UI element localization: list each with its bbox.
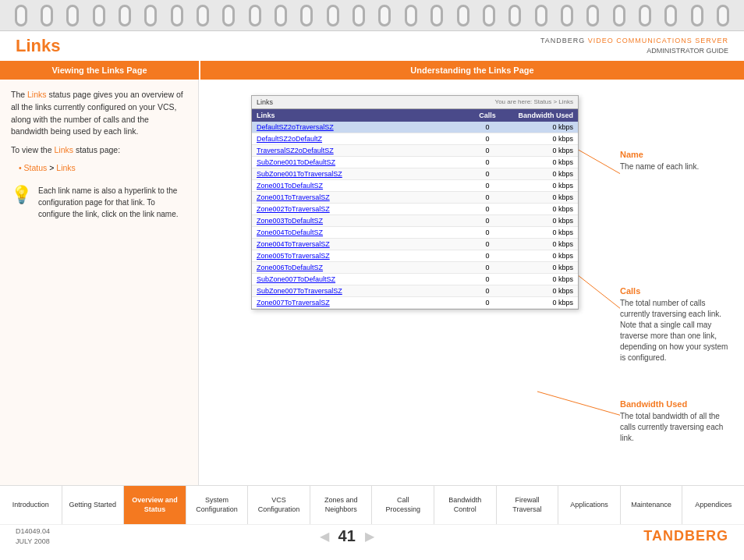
nav-tab-introduction[interactable]: Introduction [0,486,62,524]
row-calls: 0 [464,229,511,236]
table-row[interactable]: Zone001ToTraversalSZ 0 0 kbps [252,192,578,204]
footer-date: JULY 2008 [16,537,50,547]
row-name: Zone004ToTraversalSZ [257,240,464,248]
links-screenshot: Links You are here: Status > Links Links… [251,95,579,310]
spiral-ring [457,5,469,27]
spiral-ring [93,5,105,27]
table-row[interactable]: Zone003ToDefaultSZ 0 0 kbps [252,215,578,227]
ls-table-header: Links Calls Bandwidth Used [252,109,578,122]
ls-title: Links [257,98,273,106]
page-header: Links TANDBERG VIDEO COMMUNICATIONS SERV… [0,31,744,61]
row-name: DefaultSZ2oTraversalSZ [257,123,464,131]
table-row[interactable]: Zone002ToTraversalSZ 0 0 kbps [252,204,578,215]
left-column: The Links status page gives you an overv… [0,80,199,485]
nav-tab-getting-started[interactable]: Getting Started [62,486,125,524]
nav-tab-firewall-traversal[interactable]: FirewallTraversal [497,486,559,524]
section-bar-right: Understanding the Links Page [200,61,744,80]
nav-tab-system-configuration[interactable]: SystemConfiguration [186,486,249,524]
footer-brand: TANDBERG [643,528,728,544]
name-annotation-title: Name [620,150,699,159]
table-row[interactable]: Zone005ToTraversalSZ 0 0 kbps [252,250,578,262]
row-name: Zone007ToTraversalSZ [257,299,464,307]
row-bw: 0 kbps [511,252,573,260]
row-name: SubZone001ToDefaultSZ [257,158,464,166]
spiral-ring [144,5,157,27]
table-row[interactable]: SubZone001ToTraversalSZ 0 0 kbps [252,168,578,180]
ls-col-header-name: Links [257,112,464,119]
table-row[interactable]: SubZone001ToDefaultSZ 0 0 kbps [252,157,578,168]
nav-tab-zones-and-neighbors[interactable]: Zones andNeighbors [310,486,373,524]
row-calls: 0 [464,193,511,201]
spiral-ring [66,5,79,27]
calls-annotation-text: The total number of calls currently trav… [620,298,733,363]
row-bw: 0 kbps [511,217,573,225]
table-row[interactable]: Zone007ToTraversalSZ 0 0 kbps [252,297,578,309]
bw-annotation-title: Bandwidth Used [620,399,733,409]
nav-tabs-container: IntroductionGetting StartedOverview andS… [0,486,744,524]
row-name: Zone004ToDefaultSZ [257,229,464,236]
spiral-ring [249,5,261,27]
footer-doc-id: D14049.04 [16,526,50,537]
row-bw: 0 kbps [511,147,573,154]
spiral-ring [717,5,729,27]
nav-tab-vcs-configuration[interactable]: VCSConfiguration [248,486,310,524]
spiral-ring [430,5,443,27]
links-link-1[interactable]: Links [27,90,47,99]
ls-header: Links You are here: Status > Links [252,96,578,109]
nav-tab-applications[interactable]: Applications [558,486,621,524]
table-row[interactable]: SubZone007ToDefaultSZ 0 0 kbps [252,274,578,285]
nav-tab-overview-and-status[interactable]: Overview andStatus [124,486,186,524]
row-bw: 0 kbps [511,135,573,143]
links-nav-link[interactable]: Links [56,163,76,172]
table-row[interactable]: Zone006ToDefaultSZ 0 0 kbps [252,262,578,274]
row-calls: 0 [464,147,511,154]
nav-tab-bandwidth-control[interactable]: BandwidthControl [434,486,497,524]
spiral-ring [639,5,651,27]
row-name: Zone001ToTraversalSZ [257,193,464,201]
spiral-ring [561,5,573,27]
row-bw: 0 kbps [511,229,573,236]
footer-pagination: ◀ 41 ▶ [320,527,374,545]
row-bw: 0 kbps [511,182,573,190]
spiral-ring [483,5,495,27]
prev-page-button[interactable]: ◀ [320,529,329,544]
table-row[interactable]: Zone004ToDefaultSZ 0 0 kbps [252,227,578,239]
page-title: Links [16,36,60,56]
spiral-ring [508,5,521,27]
view-label: To view the Links status page: [11,144,187,157]
spiral-ring [275,5,287,27]
ls-table-body: DefaultSZ2oTraversalSZ 0 0 kbps DefaultS… [252,122,578,309]
status-link[interactable]: Status [24,163,48,172]
table-row[interactable]: SubZone007ToTraversalSZ 0 0 kbps [252,285,578,297]
table-row[interactable]: TraversalSZ2oDefaultSZ 0 0 kbps [252,145,578,157]
bw-annotation-text: The total bandwidth of all the calls cur… [620,411,733,444]
next-page-button[interactable]: ▶ [365,529,374,544]
links-link-2[interactable]: Links [54,145,73,154]
nav-tab-appendices[interactable]: Appendices [682,486,744,524]
row-name: Zone002ToTraversalSZ [257,205,464,213]
row-calls: 0 [464,275,511,283]
svg-line-2 [537,392,620,423]
spiral-ring [171,5,183,27]
nav-tab-maintenance[interactable]: Maintenance [621,486,683,524]
table-row[interactable]: Zone001ToDefaultSZ 0 0 kbps [252,180,578,192]
spiral-ring [300,5,313,27]
intro-text: The Links status page gives you an overv… [11,89,187,138]
spiral-ring [664,5,677,27]
name-annotation: Name The name of each link. [620,150,699,172]
bw-annotation: Bandwidth Used The total bandwidth of al… [620,399,733,444]
spiral-ring [405,5,417,27]
spiral-ring [378,5,391,27]
row-bw: 0 kbps [511,264,573,271]
table-row[interactable]: Zone004ToTraversalSZ 0 0 kbps [252,239,578,250]
nav-tab-call-processing[interactable]: CallProcessing [372,486,434,524]
spiral-ring [691,5,703,27]
row-name: Zone001ToDefaultSZ [257,182,464,190]
calls-annotation: Calls The total number of calls currentl… [620,286,733,363]
tip-box: 💡 Each link name is also a hyperlink to … [11,185,187,220]
row-calls: 0 [464,287,511,295]
row-name: SubZone007ToDefaultSZ [257,275,464,283]
table-row[interactable]: DefaultSZ2oTraversalSZ 0 0 kbps [252,122,578,133]
row-calls: 0 [464,170,511,178]
table-row[interactable]: DefaultSZ2oDefaultZ 0 0 kbps [252,133,578,145]
